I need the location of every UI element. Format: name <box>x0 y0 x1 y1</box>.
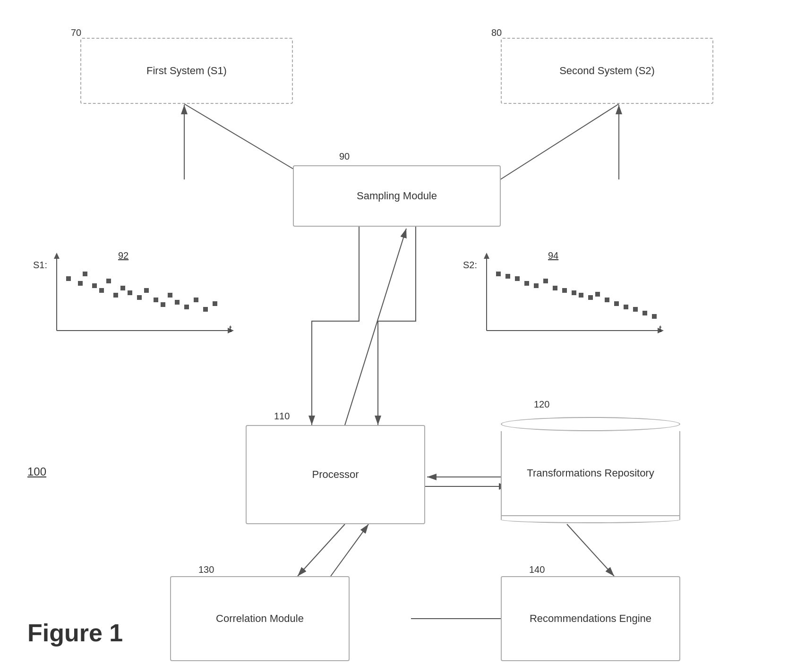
svg-rect-50 <box>588 295 593 300</box>
cylinder-bottom <box>501 516 680 523</box>
scatter-s1-ref: 92 <box>118 250 128 261</box>
svg-rect-49 <box>579 293 583 298</box>
svg-rect-32 <box>184 305 189 309</box>
recommendations-engine-label: Recommendations Engine <box>530 612 651 625</box>
svg-rect-41 <box>505 274 510 279</box>
svg-rect-20 <box>92 283 97 288</box>
svg-rect-26 <box>137 295 142 300</box>
svg-rect-57 <box>652 314 657 319</box>
correlation-module-label: Correlation Module <box>216 612 304 625</box>
svg-rect-22 <box>106 279 111 283</box>
cylinder-top <box>501 417 680 431</box>
transformations-repository-ref: 120 <box>534 399 549 410</box>
first-system-box: First System (S1) <box>80 38 293 104</box>
svg-rect-44 <box>534 283 539 288</box>
scatter-s2: S2: t 94 <box>463 250 671 354</box>
svg-rect-35 <box>213 301 217 306</box>
scatter-s1: S1: t 92 <box>33 250 241 354</box>
svg-line-9 <box>567 524 614 576</box>
svg-rect-54 <box>624 305 628 309</box>
svg-rect-48 <box>572 290 576 295</box>
first-system-ref: 70 <box>71 27 81 38</box>
svg-marker-38 <box>484 253 489 259</box>
svg-line-11 <box>331 524 368 576</box>
recommendations-engine-ref: 140 <box>529 564 545 575</box>
svg-rect-21 <box>99 288 104 293</box>
system-diagram-ref: 100 <box>27 465 46 478</box>
svg-rect-18 <box>78 281 83 286</box>
scatter-s2-svg <box>463 250 671 354</box>
svg-rect-52 <box>605 298 609 302</box>
cylinder-body: Transformations Repository <box>501 431 680 516</box>
svg-rect-45 <box>543 279 548 283</box>
svg-rect-27 <box>144 288 149 293</box>
svg-line-10 <box>298 524 345 576</box>
scatter-s1-ylabel: S1: <box>33 260 47 271</box>
svg-rect-55 <box>633 307 638 312</box>
svg-marker-15 <box>54 253 60 259</box>
processor-label: Processor <box>312 468 359 481</box>
svg-rect-46 <box>553 286 557 290</box>
svg-rect-24 <box>120 286 125 290</box>
scatter-s2-ylabel: S2: <box>463 260 477 271</box>
svg-rect-40 <box>496 272 501 276</box>
sampling-module-box: Sampling Module <box>293 165 501 227</box>
transformations-repository: Transformations Repository <box>501 411 680 529</box>
svg-rect-19 <box>83 272 87 276</box>
first-system-label: First System (S1) <box>146 65 227 77</box>
svg-rect-51 <box>595 292 600 297</box>
diagram-container: First System (S1) 70 Second System (S2) … <box>0 0 805 672</box>
second-system-label: Second System (S2) <box>559 65 655 77</box>
second-system-ref: 80 <box>491 27 502 38</box>
svg-rect-42 <box>515 276 520 281</box>
sampling-module-ref: 90 <box>339 151 350 162</box>
processor-box: Processor <box>246 425 425 524</box>
svg-rect-25 <box>128 290 132 295</box>
scatter-s2-ref: 94 <box>548 250 558 261</box>
scatter-s1-xlabel: t <box>229 323 232 334</box>
svg-rect-29 <box>161 302 165 307</box>
svg-rect-43 <box>524 281 529 286</box>
svg-rect-17 <box>66 276 71 281</box>
svg-rect-53 <box>614 301 619 306</box>
figure-label: Figure 1 <box>27 619 123 647</box>
sampling-module-label: Sampling Module <box>357 190 437 202</box>
svg-line-3 <box>482 104 619 191</box>
svg-rect-30 <box>168 293 172 298</box>
svg-rect-47 <box>562 288 567 293</box>
svg-rect-34 <box>203 307 208 312</box>
svg-line-4 <box>345 229 406 425</box>
processor-ref: 110 <box>274 411 290 422</box>
svg-rect-56 <box>642 311 647 315</box>
correlation-module-ref: 130 <box>198 564 214 575</box>
svg-rect-23 <box>113 293 118 298</box>
second-system-box: Second System (S2) <box>501 38 713 104</box>
correlation-module-box: Correlation Module <box>170 576 350 661</box>
svg-rect-33 <box>194 298 198 302</box>
transformations-repository-label: Transformations Repository <box>527 467 654 479</box>
svg-rect-28 <box>154 298 158 302</box>
scatter-s1-svg <box>33 250 241 354</box>
recommendations-engine-box: Recommendations Engine <box>501 576 680 661</box>
scatter-s2-xlabel: t <box>659 323 662 334</box>
svg-rect-31 <box>175 300 180 305</box>
